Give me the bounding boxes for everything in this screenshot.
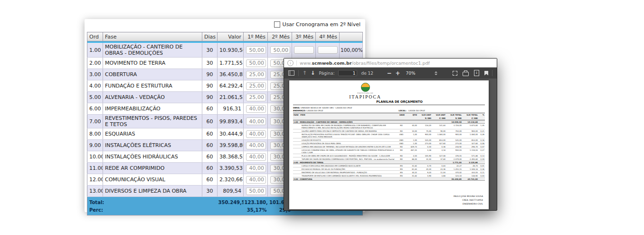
page-up-icon[interactable]: ↑ (303, 70, 307, 76)
month-cell (244, 58, 268, 69)
month-1-input[interactable] (246, 165, 266, 172)
month-4-input[interactable] (318, 46, 338, 54)
month-1-input[interactable] (246, 153, 266, 161)
pdf-item-row: BARRACÃO DE OBRA EM CHAPA DE MADEIRA COM… (293, 124, 485, 129)
item-perc: 0,01 (478, 164, 485, 167)
checkbox-icon[interactable] (274, 21, 280, 28)
pdf-column-header: FASE (293, 113, 300, 117)
fullscreen-icon[interactable] (453, 71, 457, 76)
zoom-level-select[interactable]: 70% (404, 70, 439, 77)
item-unid: M2 (398, 154, 405, 157)
item-desc: PLACA DE OBRA EM CHAPA DE ACO GALVANIZAD… (300, 154, 398, 157)
item-vlr-total-cdbi: 1.116,04 (462, 148, 478, 154)
pdf-page: PREFEITURA DE ITAPIPOCA PLANILHA DE ORÇA… (289, 80, 489, 209)
column-header: 4º Mês (316, 32, 340, 41)
pdf-column-header: UNID (398, 113, 405, 117)
month-1-input[interactable] (246, 130, 266, 138)
endereco-line: ENDEREÇO: LAGOA DA CRUZ LOCAL: LAGOA DA … (293, 109, 485, 112)
item-vlr-unit-sdbi: 105,90 (417, 154, 432, 157)
item-vlr-total-cdbi: 444,03 (462, 171, 478, 174)
zoom-out-icon[interactable]: − (387, 70, 391, 76)
fase-cell: ESQUARIAS (103, 128, 202, 140)
info-icon[interactable] (287, 60, 294, 66)
item-vlr-total-cdbi: 1.506,18 (462, 167, 478, 171)
month-1-input[interactable] (246, 59, 266, 67)
pdf-header-row: S/ DBIC/ DBIS/ DBIC/ DBI (293, 117, 485, 120)
item-vlr-unit-sdbi: 545,00 (417, 138, 432, 142)
month-1-input[interactable] (246, 105, 266, 113)
month-1-input[interactable] (246, 176, 266, 184)
item-vlr-unit-cdbi: 1.080,00 (432, 133, 446, 138)
valor-cell: 38.368,55 (218, 151, 244, 163)
city-name: ITAPIPOCA (297, 94, 434, 99)
dias-cell: 30 (202, 58, 218, 69)
column-header (340, 32, 363, 41)
valor-cell: 916,31 (218, 103, 244, 115)
bookmark-icon[interactable] (484, 71, 488, 76)
month-1-input[interactable] (246, 94, 266, 101)
month-1-input[interactable] (246, 71, 266, 78)
valor-cell: 809,54 (218, 186, 244, 197)
item-vlr-unit-sdbi: 75,00 (417, 129, 432, 133)
item-desc: LIGAÇÃO DE ESGOTO (300, 138, 398, 142)
item-desc: LIMPEZA MECANIZADA DE TERRENO, INCLUSIVE… (300, 145, 398, 148)
item-desc: BARRACÃO DE OBRA EM CHAPA DE MADEIRA COM… (300, 124, 398, 129)
pdf-viewport[interactable]: PREFEITURA DE ITAPIPOCA PLANILHA DE ORÇA… (284, 78, 497, 210)
fase-cell: FUNDAÇÃO E ESTRUTURA (103, 80, 202, 92)
month-1-input[interactable] (246, 187, 266, 195)
item-qtd: 31,82 (405, 164, 417, 167)
month-1-input[interactable] (246, 82, 266, 90)
pdf-section-row: 1.00 - MOBILIZAÇÃO - CANTEIRO DE OBRAS -… (293, 120, 485, 124)
item-unid: M2 (398, 145, 405, 148)
month-1-input[interactable] (246, 142, 266, 149)
month-2-input[interactable] (270, 46, 290, 54)
item-vlr-unit-sdbi: 273,00 (417, 142, 432, 145)
fase-cell: COBERTURA (103, 69, 202, 80)
item-unid: UND (398, 138, 405, 142)
item-vlr-total-cdbi: 1.080,00 (462, 133, 478, 138)
month-1-input[interactable] (246, 46, 266, 54)
pdf-column-header: % (478, 113, 485, 117)
dias-cell: 60 (202, 115, 218, 128)
dias-cell: 60 (202, 140, 218, 151)
item-vlr-total-sdbi: 22,27 (446, 164, 462, 167)
download-icon[interactable]: ↓ (474, 70, 479, 76)
ord-cell: 2.00 (87, 58, 103, 69)
fase-cell: IMPERMEABILIZAÇÃO (103, 103, 202, 115)
item-perc: 1,35 (478, 124, 485, 129)
browser-url-bar[interactable]: www.scmweb.com.br/obras/files/temp/orcam… (284, 59, 497, 68)
month-1-input[interactable] (246, 118, 266, 125)
item-fase (293, 167, 300, 171)
item-desc: LIGAÇÃO PROVISÓRIA DE ÁGUA PARA OBRA (300, 142, 398, 145)
url-text: www.scmweb.com.br/obras/files/temp/orcam… (300, 60, 430, 66)
usar-cronograma-2nivel-checkbox[interactable]: Usar Cronograma em 2º Nível (274, 21, 360, 28)
perc-valor (218, 206, 244, 215)
item-qtd: 829,73 (405, 145, 417, 148)
item-qtd: 1,00 (405, 133, 417, 138)
item-fase (293, 171, 300, 174)
item-vlr-unit-sdbi: 9,20 (417, 171, 432, 174)
zoom-in-icon[interactable]: + (396, 70, 400, 76)
page-number-input[interactable] (338, 70, 357, 76)
pdf-item-row: CARGA E DESCARGA MECANIZADAS EM CAMINHÃO… (293, 164, 485, 167)
column-header: 1º Mês (244, 32, 268, 41)
page-down-icon[interactable]: ↓ (311, 70, 315, 76)
item-vlr-total-cdbi: 298,70 (462, 145, 478, 148)
month-3-input[interactable] (294, 46, 314, 54)
pdf-column-header (398, 117, 405, 120)
pdf-viewer-window: www.scmweb.com.br/obras/files/temp/orcam… (284, 58, 497, 211)
valor-cell: 64.292,43 (218, 80, 244, 92)
print-icon[interactable] (463, 72, 469, 76)
item-qtd: 40,00 (405, 124, 417, 129)
sidebar-toggle-icon[interactable] (288, 70, 294, 76)
pdf-page-header: PREFEITURA DE ITAPIPOCA PLANILHA DE ORÇA… (293, 80, 485, 105)
item-desc: ESCAVACAO MANUAL DE VALAS OU FUNDAÇÕES (300, 167, 398, 171)
dias-cell: 60 (202, 174, 218, 186)
column-header: Fase (103, 32, 202, 41)
dias-cell: 90 (202, 92, 218, 103)
pdf-column-header: VLR UNIT (432, 113, 446, 117)
item-vlr-unit-sdbi: 0,70 (417, 164, 432, 167)
pdf-column-header (478, 117, 485, 120)
item-qtd: 1,00 (405, 142, 417, 145)
item-fase (293, 164, 300, 167)
